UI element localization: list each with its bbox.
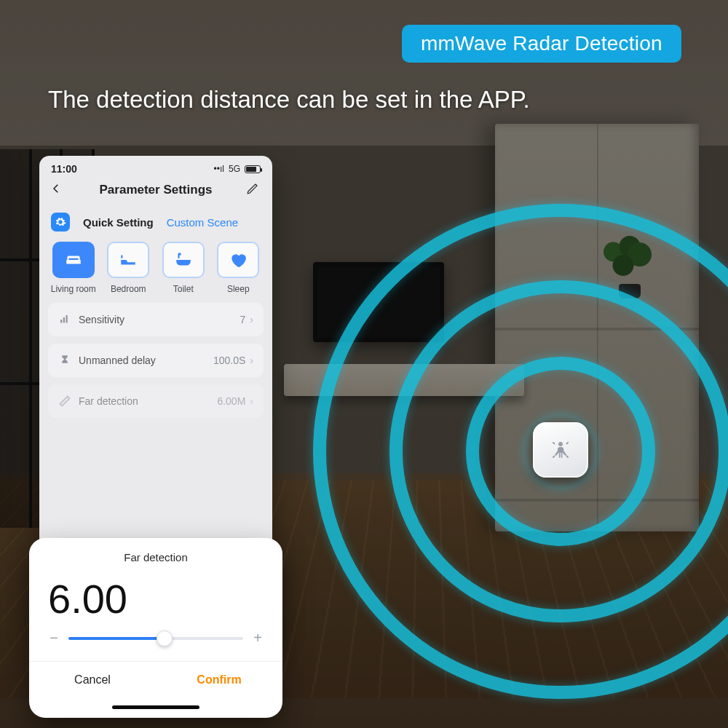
heart-icon [229,250,248,269]
status-time: 11:00 [51,163,77,175]
chevron-right-icon: › [250,314,253,325]
page-title: Parameter Settings [66,183,246,197]
row-far-detection[interactable]: Far detection 6.00M› [48,384,264,418]
chevron-right-icon: › [250,355,253,366]
cancel-button[interactable]: Cancel [29,662,156,698]
presence-icon [549,438,572,462]
row-sensitivity[interactable]: Sensitivity 7› [48,303,264,336]
distance-slider[interactable]: − + [42,630,269,651]
tile-label: Toilet [173,284,194,294]
sofa-icon [64,250,83,269]
bed-icon [119,250,138,269]
tab-quick-setting[interactable]: Quick Setting [83,216,154,229]
tile-label: Living room [51,284,96,294]
bars-icon [58,313,71,326]
slider-track[interactable] [68,637,243,640]
svg-point-0 [558,442,563,446]
pencil-icon [246,182,259,195]
nav-bar: Parameter Settings [39,178,272,205]
tile-sleep[interactable]: Sleep [215,242,263,294]
confirm-button[interactable]: Confirm [156,662,282,698]
ruler-icon [58,395,71,408]
feature-badge: mmWave Radar Detection [402,25,681,63]
tile-toilet[interactable]: Toilet [159,242,207,294]
minus-button[interactable]: − [47,630,61,646]
sheet-title: Far detection [42,551,269,563]
gear-icon [55,216,66,228]
hourglass-icon [58,354,71,367]
home-indicator [112,705,199,709]
far-detection-sheet: Far detection 6.00 − + Cancel Confirm [29,538,282,718]
gear-badge [51,213,70,232]
headline-text: The detection distance can be set in the… [48,86,699,114]
row-label: Sensitivity [79,314,124,325]
row-value: 100.0S [213,355,245,366]
status-bar: 11:00 ••ıl 5G [39,156,272,178]
tile-bedroom[interactable]: Bedroom [105,242,153,294]
battery-icon [245,165,261,173]
row-label: Unmanned delay [79,355,156,366]
row-value: 6.00M [217,395,245,407]
sheet-value: 6.00 [42,569,269,630]
tile-label: Sleep [227,284,250,294]
sensor-device [533,422,588,478]
status-network: 5G [229,164,240,174]
scene-tiles: Living room Bedroom Toilet Sleep [39,239,272,298]
plus-button[interactable]: + [250,630,265,646]
chevron-left-icon [50,182,63,195]
row-label: Far detection [79,395,138,407]
settings-rows: Sensitivity 7› Unmanned delay 100.0S› Fa… [39,298,272,422]
tile-living-room[interactable]: Living room [50,242,98,294]
settings-tabs: Quick Setting Custom Scene [39,205,272,239]
bath-icon [174,250,193,269]
tab-custom-scene[interactable]: Custom Scene [167,216,238,229]
chevron-right-icon: › [250,395,253,407]
signal-icon: ••ıl [214,164,224,174]
sheet-actions: Cancel Confirm [29,661,282,698]
tile-label: Bedroom [111,284,146,294]
back-button[interactable] [50,182,66,198]
row-value: 7 [240,314,246,325]
slider-thumb[interactable] [157,630,173,646]
row-unmanned-delay[interactable]: Unmanned delay 100.0S› [48,344,264,377]
edit-button[interactable] [246,182,262,198]
